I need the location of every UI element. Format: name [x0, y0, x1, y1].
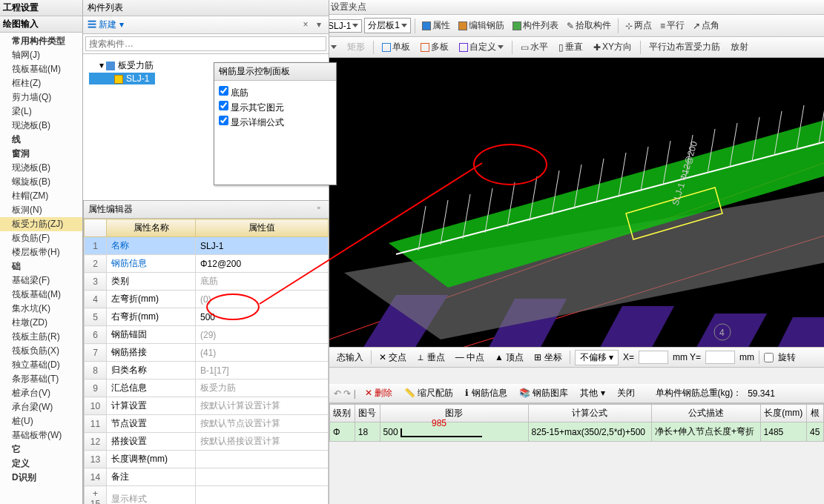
- left-item[interactable]: 桩(U): [0, 414, 82, 428]
- offset-mode-select[interactable]: 不偏移 ▾: [575, 350, 619, 365]
- close-button[interactable]: 关闭: [614, 386, 638, 400]
- prop-row[interactable]: 12搭接设置按默认搭接设置计算: [85, 433, 329, 451]
- xy-button[interactable]: ✚XY方向: [590, 40, 636, 54]
- prop-row[interactable]: 1名称SLJ-1: [85, 237, 329, 255]
- prop-row[interactable]: 3类别底筋: [85, 273, 329, 291]
- snap-intersect[interactable]: ✕ 交点: [376, 351, 409, 365]
- prop-row[interactable]: 7钢筋搭接(41): [85, 344, 329, 362]
- left-section[interactable]: D识别: [0, 471, 82, 485]
- viewport-3d[interactable]: SLJ-1 Φ12@200 4: [329, 58, 824, 347]
- left-item[interactable]: 筏板负筋(X): [0, 344, 82, 358]
- rebar-lib-button[interactable]: 📚 钢筋图库: [516, 386, 571, 400]
- dropdown-icon[interactable]: ▾: [314, 20, 324, 30]
- y-input[interactable]: [705, 351, 735, 364]
- other-button[interactable]: 其他 ▾: [577, 386, 607, 400]
- shape-val2: 985: [432, 418, 446, 428]
- left-title-2[interactable]: 绘图输入: [0, 16, 82, 33]
- rotate-check[interactable]: [764, 353, 774, 362]
- snap-perp[interactable]: ⊥ 垂点: [414, 351, 447, 365]
- left-item[interactable]: 板负筋(F): [0, 231, 82, 245]
- left-item[interactable]: 条形基础(T): [0, 372, 82, 386]
- display-control-panel[interactable]: 钢筋显示控制面板 底筋 显示其它图元 显示详细公式: [214, 62, 337, 185]
- left-item[interactable]: 现浇板(B): [0, 161, 82, 175]
- scale-rebar-button[interactable]: 📏 缩尺配筋: [401, 386, 456, 400]
- left-item[interactable]: 板洞(N): [0, 203, 82, 217]
- dyninput-button[interactable]: 态输入: [334, 351, 366, 365]
- left-section[interactable]: 它: [0, 442, 82, 457]
- prop-row[interactable]: 14备注: [85, 468, 329, 486]
- chk-show-formula[interactable]: 显示详细公式: [219, 115, 332, 130]
- left-section[interactable]: 窗洞: [0, 147, 82, 161]
- prop-row[interactable]: 2钢筋信息Φ12@200: [85, 255, 329, 273]
- mm-label: mm: [739, 352, 754, 362]
- parallel-button[interactable]: ≡平行: [657, 19, 688, 33]
- prop-title-bar: 属性编辑器 ▫: [84, 201, 329, 219]
- left-item[interactable]: 筏板主筋(R): [0, 330, 82, 344]
- prop-row[interactable]: 4左弯折(mm)(0): [85, 291, 329, 308]
- prop-collapse-icon[interactable]: ▫: [314, 203, 324, 213]
- left-section[interactable]: 础: [0, 259, 82, 273]
- rebar-info-button[interactable]: ℹ 钢筋信息: [462, 386, 510, 400]
- prop-row[interactable]: 10计算设置按默认计算设置计算: [85, 397, 329, 415]
- two-point-button[interactable]: ⊹两点: [622, 19, 655, 33]
- snap-top[interactable]: ▲ 顶点: [492, 351, 527, 365]
- prop-row[interactable]: 8归类名称B-1[17]: [85, 362, 329, 379]
- left-title-1: 工程设置: [0, 0, 82, 16]
- chk-bottom-rebar[interactable]: 底筋: [219, 85, 332, 100]
- component-select[interactable]: SLJ-1: [324, 19, 362, 33]
- prop-row[interactable]: 9汇总信息板受力筋: [85, 379, 329, 397]
- tree-leaf-slj1[interactable]: SLJ-1: [89, 73, 155, 84]
- left-item[interactable]: 柱帽(ZM): [0, 189, 82, 203]
- left-item[interactable]: 梁(L): [0, 105, 82, 119]
- horiz-button[interactable]: ▭水平: [517, 40, 552, 54]
- delete-button[interactable]: ✕ 删除: [362, 386, 395, 400]
- vert-button[interactable]: ▯垂直: [555, 40, 587, 54]
- left-item[interactable]: 基础梁(F): [0, 273, 82, 288]
- left-item[interactable]: 集水坑(K): [0, 302, 82, 316]
- rect-tool[interactable]: 矩形: [343, 40, 369, 54]
- edit-rebar-button[interactable]: 编辑钢筋: [455, 19, 507, 33]
- left-item[interactable]: 轴网(J): [0, 48, 82, 62]
- custom-button[interactable]: 自定义: [455, 40, 507, 54]
- prop-row[interactable]: 6钢筋锚固(29): [85, 326, 329, 344]
- snap-mid[interactable]: — 中点: [452, 351, 487, 365]
- prop-row[interactable]: 11节点设置按默认节点设置计算: [85, 415, 329, 433]
- x-input[interactable]: [639, 351, 668, 364]
- prop-row[interactable]: + 15显示样式: [85, 486, 329, 505]
- layer-select[interactable]: 分层板1: [364, 18, 411, 33]
- close-icon[interactable]: ×: [300, 20, 311, 30]
- result-row[interactable]: Φ 18 500 985 825-15+max(350/2,5*d)+500 净…: [330, 422, 824, 442]
- left-item[interactable]: 桩承台(V): [0, 386, 82, 400]
- left-item[interactable]: 柱墩(ZD): [0, 316, 82, 330]
- complist-button[interactable]: 构件列表: [510, 19, 561, 33]
- left-panel: 工程设置 绘图输入 常用构件类型轴网(J)筏板基础(M)框柱(Z)剪力墙(Q)梁…: [0, 0, 83, 504]
- chk-show-others[interactable]: 显示其它图元: [219, 100, 332, 115]
- radial-button[interactable]: 放射: [727, 40, 752, 54]
- left-item[interactable]: 剪力墙(Q): [0, 90, 82, 105]
- left-section[interactable]: 定义: [0, 457, 82, 471]
- left-item[interactable]: 现浇板(B): [0, 119, 82, 133]
- tb-grip[interactable]: 设置夹点: [331, 1, 366, 13]
- left-item[interactable]: 筏板基础(M): [0, 62, 82, 76]
- left-item[interactable]: 楼层板带(H): [0, 245, 82, 259]
- snap-coord[interactable]: ⊞ 坐标: [531, 351, 564, 365]
- single-board-button[interactable]: 单板: [378, 40, 414, 54]
- left-item[interactable]: 基础板带(W): [0, 428, 82, 442]
- prop-row[interactable]: 13长度调整(mm): [85, 451, 329, 468]
- left-item[interactable]: 筏板基础(M): [0, 288, 82, 302]
- left-item[interactable]: 螺旋板(B): [0, 175, 82, 189]
- point-angle-button[interactable]: ↗点角: [690, 19, 722, 33]
- left-item[interactable]: 独立基础(D): [0, 358, 82, 372]
- parallel-edge-button[interactable]: 平行边布置受力筋: [645, 40, 724, 54]
- new-component-button[interactable]: ☰ 新建 ▾: [88, 19, 124, 31]
- attrs-button[interactable]: 属性: [419, 19, 453, 33]
- left-section[interactable]: 线: [0, 133, 82, 147]
- left-item[interactable]: 框柱(Z): [0, 76, 82, 90]
- search-input[interactable]: [85, 36, 326, 51]
- prop-row[interactable]: 5右弯折(mm)500: [85, 308, 329, 326]
- multi-board-button[interactable]: 多板: [417, 40, 452, 54]
- left-item-selected[interactable]: 板受力筋(ZJ): [0, 217, 82, 231]
- left-section[interactable]: 常用构件类型: [0, 34, 82, 48]
- left-item[interactable]: 承台梁(W): [0, 400, 82, 414]
- pick-component-button[interactable]: ✎拾取构件: [564, 19, 614, 33]
